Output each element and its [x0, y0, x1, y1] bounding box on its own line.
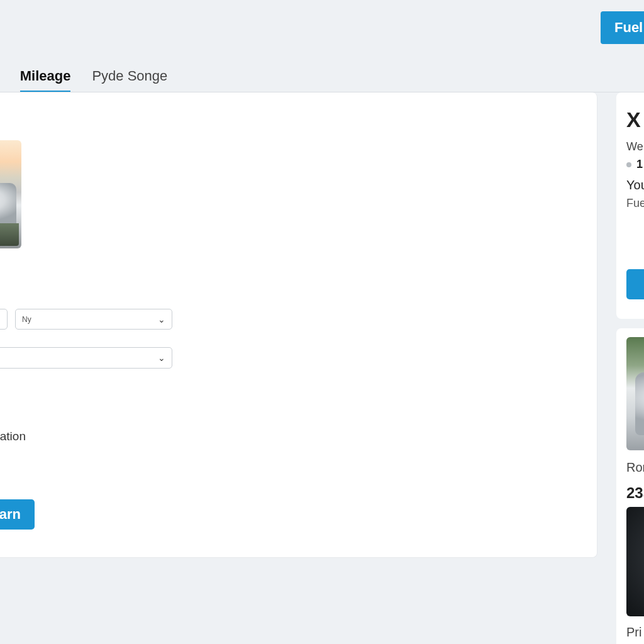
side-action-button[interactable]	[626, 269, 644, 299]
fuel-button-label: Fuel	[614, 19, 643, 36]
tab-pyde-songe[interactable]: Pyde Songe	[92, 68, 167, 92]
chevron-down-icon: ⌄	[0, 314, 1, 325]
dropdown-value: Ny	[22, 315, 31, 324]
side-text: You	[626, 178, 644, 192]
filter-dropdown-3[interactable]: ⌄	[0, 347, 172, 369]
filter-dropdown-1[interactable]: ⌄	[0, 309, 8, 330]
filter-dropdown-2[interactable]: Ny ⌄	[15, 309, 172, 330]
side-title: X	[626, 108, 641, 132]
option-item[interactable]: ome Pls otation	[0, 425, 26, 447]
tab-bar: gues Mileage Pyde Songe	[0, 68, 167, 92]
option-item[interactable]: 5 llivids	[0, 381, 26, 403]
side-text: Wel	[626, 140, 644, 153]
chevron-down-icon: ⌄	[158, 353, 165, 363]
listing-title: Pri	[626, 625, 641, 640]
learn-button-label: arn	[0, 506, 21, 523]
option-item[interactable]: nain Mat	[0, 403, 26, 425]
learn-button[interactable]: arn	[0, 499, 35, 530]
side-listing-card: Ron 235 Pri	[616, 328, 644, 644]
tab-label: Mileage	[20, 68, 71, 84]
fuel-button[interactable]: Fuel	[601, 11, 644, 44]
chevron-down-icon: ⌄	[158, 314, 165, 325]
tab-mileage[interactable]: Mileage	[20, 68, 71, 92]
side-stat: 1	[626, 158, 643, 171]
side-summary-card: X Wel 1 You Fuel	[616, 92, 644, 319]
listing-title: Ron	[626, 460, 644, 475]
listing-photo-2[interactable]	[626, 507, 644, 616]
listing-price: 235	[626, 484, 644, 502]
tab-label: Pyde Songe	[92, 68, 167, 84]
vehicle-photo-thumbnail[interactable]	[0, 140, 21, 248]
listing-photo-1[interactable]	[626, 337, 644, 450]
option-list: 5 llivids nain Mat ome Pls otation	[0, 381, 26, 447]
side-text: Fuel	[626, 197, 644, 210]
